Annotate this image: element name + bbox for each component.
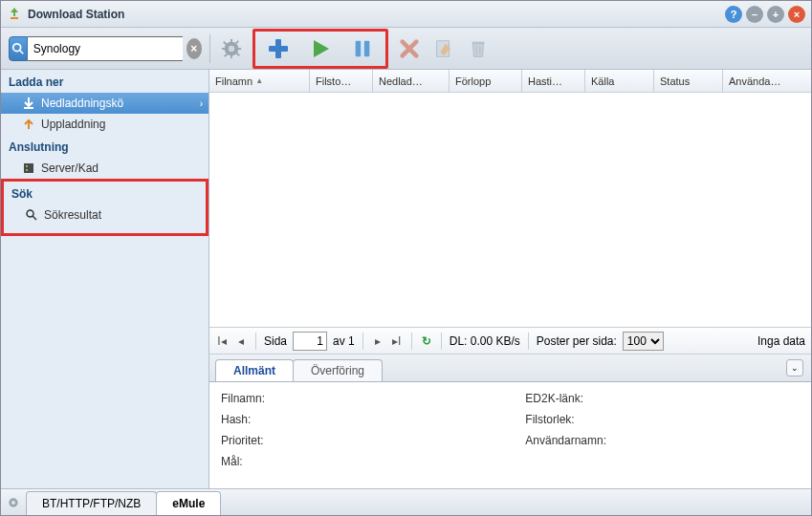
detail-filesize-label: Filstorlek:	[525, 413, 791, 426]
pager-prev-button[interactable]: ◂	[234, 334, 248, 348]
sidebar-item-label: Sökresultat	[44, 208, 101, 222]
sidebar-item-server-kad[interactable]: Server/Kad	[1, 158, 208, 179]
main-panel: Filnamn▲ Filsto… Nedlad… Förlopp Hasti… …	[209, 70, 811, 488]
sidebar-title-connection: Anslutning	[1, 135, 208, 158]
search-clear-button[interactable]: ×	[187, 38, 202, 59]
detail-body: Filnamn: Hash: Prioritet: Mål: ED2K-länk…	[209, 381, 811, 488]
pager-status: Inga data	[757, 334, 805, 348]
pager-next-button[interactable]: ▸	[371, 334, 384, 348]
sidebar-item-download-queue[interactable]: Nedladdningskö ›	[1, 93, 208, 114]
detail-tab-transfer[interactable]: Överföring	[293, 359, 383, 381]
svg-rect-21	[24, 163, 33, 173]
help-button[interactable]: ?	[725, 6, 742, 23]
footer-tab-emule[interactable]: eMule	[156, 491, 221, 515]
grid-col-downloaded[interactable]: Nedlad…	[373, 70, 450, 92]
clear-button[interactable]	[465, 35, 492, 62]
grid-col-user[interactable]: Använda…	[723, 70, 811, 92]
minimize-button[interactable]: –	[746, 6, 763, 23]
pager-dl-label: DL: 0.00 KB/s	[450, 334, 520, 348]
pager-page-label: Sida	[264, 334, 287, 348]
grid-header: Filnamn▲ Filsto… Nedlad… Förlopp Hasti… …	[209, 70, 811, 93]
edit-button[interactable]	[430, 35, 457, 62]
grid-body	[209, 93, 811, 327]
grid-col-filename[interactable]: Filnamn▲	[209, 70, 310, 92]
svg-rect-20	[24, 107, 33, 109]
sidebar-section-search: Sök Sökresultat	[1, 179, 208, 236]
download-icon	[22, 97, 35, 110]
search-icon	[25, 208, 38, 222]
start-button[interactable]	[307, 35, 334, 62]
svg-line-1	[20, 50, 24, 54]
svg-rect-7	[237, 48, 241, 50]
svg-rect-6	[222, 48, 226, 50]
trash-icon	[468, 38, 489, 59]
pager: I◂ ◂ Sida av 1 ▸ ▸I ↻ DL: 0.00 KB/s Post…	[209, 327, 811, 354]
footer-tab-bt[interactable]: BT/HTTP/FTP/NZB	[26, 491, 157, 515]
add-button[interactable]	[265, 35, 292, 62]
grid-col-speed[interactable]: Hasti…	[522, 70, 585, 92]
detail-target-label: Mål:	[221, 455, 487, 468]
svg-point-0	[13, 43, 21, 51]
sidebar-item-search-results[interactable]: Sökresultat	[4, 204, 206, 226]
pager-of-label: av 1	[333, 334, 355, 348]
body: Ladda ner Nedladdningskö › Uppladdning A…	[1, 70, 811, 488]
svg-point-24	[27, 210, 33, 217]
gear-icon	[6, 495, 21, 510]
chevron-right-icon: ›	[200, 98, 203, 109]
pager-page-input[interactable]	[293, 332, 327, 351]
app-window: Download Station ? – + × ×	[0, 0, 812, 516]
sidebar-item-upload[interactable]: Uppladdning	[1, 114, 208, 135]
detail-tab-general[interactable]: Allmänt	[215, 359, 294, 381]
maximize-button[interactable]: +	[767, 6, 784, 23]
detail-hash-label: Hash:	[221, 413, 487, 426]
pager-perpage-select[interactable]: 100	[623, 332, 664, 351]
detail-priority-label: Prioritet:	[221, 434, 487, 447]
titlebar: Download Station ? – + ×	[1, 1, 811, 28]
svg-rect-14	[356, 40, 362, 56]
upload-icon	[22, 118, 35, 131]
gear-icon	[221, 38, 242, 59]
sidebar-title-search: Sök	[4, 182, 206, 204]
detail-filename-label: Filnamn:	[221, 392, 487, 405]
grid-col-progress[interactable]: Förlopp	[450, 70, 522, 92]
footer-settings-button[interactable]	[1, 495, 26, 510]
settings-button[interactable]	[218, 35, 245, 62]
chevron-double-down-icon: ⌄	[791, 363, 799, 373]
delete-button[interactable]	[396, 35, 423, 62]
grid-col-status[interactable]: Status	[654, 70, 723, 92]
pager-last-button[interactable]: ▸I	[390, 334, 404, 348]
pager-first-button[interactable]: I◂	[215, 334, 229, 348]
sidebar: Ladda ner Nedladdningskö › Uppladdning A…	[1, 70, 209, 488]
svg-point-27	[11, 501, 15, 505]
search-input[interactable]	[28, 36, 183, 61]
detail-col-right: ED2K-länk: Filstorlek: Användarnamn:	[525, 392, 791, 479]
toolbar-divider	[209, 34, 210, 63]
toolbar: ×	[1, 28, 811, 70]
action-button-group	[252, 29, 388, 69]
sidebar-item-label: Uppladdning	[41, 118, 105, 131]
close-button[interactable]: ×	[788, 6, 805, 23]
grid-col-filesize[interactable]: Filsto…	[310, 70, 373, 92]
pause-button[interactable]	[349, 35, 376, 62]
sidebar-title-download: Ladda ner	[1, 70, 208, 93]
svg-line-25	[33, 216, 36, 220]
sidebar-section-connection: Anslutning Server/Kad	[1, 135, 208, 179]
sort-asc-icon: ▲	[255, 76, 263, 85]
svg-rect-13	[269, 46, 288, 52]
footer: BT/HTTP/FTP/NZB eMule	[1, 488, 811, 515]
svg-rect-15	[364, 40, 370, 56]
plus-icon	[267, 37, 290, 60]
server-icon	[22, 161, 35, 175]
grid-col-source[interactable]: Källa	[585, 70, 654, 92]
svg-point-23	[26, 169, 28, 171]
sidebar-section-download: Ladda ner Nedladdningskö › Uppladdning	[1, 70, 208, 135]
search-button[interactable]	[9, 36, 28, 61]
search-wrap: ×	[9, 36, 202, 61]
svg-rect-17	[472, 41, 485, 44]
detail-collapse-button[interactable]: ⌄	[786, 359, 803, 376]
pager-refresh-button[interactable]: ↻	[420, 334, 433, 348]
delete-icon	[399, 38, 420, 59]
sidebar-item-label: Server/Kad	[41, 161, 99, 175]
svg-point-3	[229, 45, 234, 51]
detail-username-label: Användarnamn:	[525, 434, 791, 447]
